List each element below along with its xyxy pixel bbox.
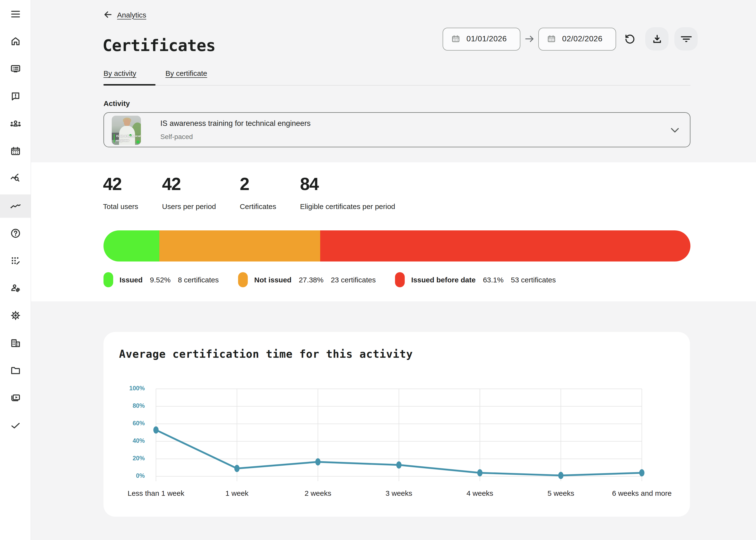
menu-icon (10, 8, 21, 20)
sidebar-item-help[interactable] (0, 222, 31, 245)
date-to-value: 02/02/2026 (562, 35, 602, 43)
sidebar-item-check[interactable] (0, 414, 31, 437)
y-tick-label: 0% (121, 472, 145, 479)
activity-thumbnail: IS as a technical engineer (112, 116, 141, 145)
legend-item-issued-before-date: Issued before date63.1%53 certificates (395, 272, 556, 287)
download-icon (651, 33, 663, 45)
tab-by-certificate[interactable]: By certificate (165, 69, 207, 77)
stat-label: Eligible certificates per period (300, 202, 395, 210)
activity-label: Activity (103, 99, 130, 107)
calendar-icon (10, 145, 21, 157)
legend-name: Issued (120, 276, 143, 284)
legend-item-issued: Issued9.52%8 certificates (103, 272, 219, 287)
sidebar-item-video-library[interactable] (0, 386, 31, 410)
sidebar-item-display[interactable] (0, 57, 31, 81)
sidebar-item-analytics-explore[interactable] (0, 167, 31, 190)
x-category-label: 2 weeks (274, 489, 362, 497)
legend-swatch (238, 272, 248, 287)
x-category-label: 1 week (193, 489, 280, 497)
stat: 84Eligible certificates per period (300, 175, 395, 210)
analytics-link[interactable]: Analytics (117, 10, 146, 19)
stats-row: 42Total users42Users per period2Certific… (103, 175, 395, 210)
x-category-label: 6 weeks and more (598, 489, 686, 497)
x-category-label: Less than 1 week (112, 489, 200, 497)
date-range-arrow-icon (520, 35, 538, 43)
sidebar-item-feedback[interactable] (0, 84, 31, 108)
sidebar-item-user-settings[interactable] (0, 277, 31, 300)
y-tick-label: 20% (121, 455, 145, 462)
filter-icon (681, 33, 692, 45)
active-tab-indicator (103, 84, 156, 85)
date-from-value: 01/01/2026 (467, 35, 507, 43)
certification-time-card: Average certification time for this acti… (103, 332, 690, 517)
page-title: Certificates (102, 36, 215, 55)
legend-name: Not issued (254, 276, 291, 284)
reset-button[interactable] (620, 27, 639, 51)
legend-swatch (103, 272, 113, 287)
certificates-analytics-page: Analytics Certificates 01/01/2026 (0, 0, 756, 540)
legend-swatch (395, 272, 405, 287)
stat-value: 42 (103, 175, 138, 194)
sidebar-item-calendar[interactable] (0, 140, 31, 163)
sidebar-item-folder[interactable] (0, 359, 31, 382)
bar-segment-issued (103, 230, 160, 261)
legend-percent: 63.1% (483, 276, 503, 284)
gear-icon (10, 310, 21, 322)
analytics-search-icon (10, 173, 21, 185)
sidebar-item-analytics-trends[interactable] (0, 194, 31, 217)
stat-label: Users per period (162, 202, 216, 210)
view-tabs: By activity By certificate (103, 69, 207, 77)
legend-count: 23 certificates (331, 276, 376, 284)
legend-item-not-issued: Not issued27.38%23 certificates (238, 272, 376, 287)
certification-time-line-chart (117, 384, 651, 501)
activity-title: IS awareness training for technical engi… (160, 119, 311, 128)
x-category-label: 3 weeks (355, 489, 443, 497)
sidebar (0, 0, 31, 540)
download-button[interactable] (645, 27, 669, 51)
activity-select[interactable]: IS as a technical engineer IS awareness … (103, 112, 691, 147)
sidebar-item-settings[interactable] (0, 304, 31, 327)
user-gear-icon (9, 282, 22, 294)
back-arrow-icon[interactable] (103, 10, 113, 19)
building-icon (10, 337, 21, 349)
check-icon (10, 419, 21, 431)
rotate-ccw-icon (624, 33, 635, 45)
trending-line-icon (9, 200, 22, 212)
sidebar-item-company[interactable] (0, 331, 31, 354)
legend-percent: 27.38% (299, 276, 324, 284)
stat-value: 2 (240, 175, 276, 194)
y-tick-label: 60% (121, 420, 145, 427)
stat-label: Total users (103, 202, 138, 210)
sidebar-item-list-edit[interactable] (0, 249, 31, 272)
y-tick-label: 80% (121, 402, 145, 409)
stat-label: Certificates (240, 202, 276, 210)
sidebar-item-users[interactable] (0, 112, 31, 135)
tab-by-activity[interactable]: By activity (103, 69, 136, 77)
stat-value: 42 (162, 175, 216, 194)
activity-subtitle: Self-paced (160, 133, 311, 140)
certificates-distribution-bar (103, 230, 691, 261)
help-circle-icon (10, 227, 21, 239)
home-icon (10, 36, 21, 48)
stat-value: 84 (300, 175, 395, 194)
calendar-icon (547, 34, 556, 44)
date-from-input[interactable]: 01/01/2026 (443, 28, 520, 50)
filter-button[interactable] (674, 27, 698, 51)
legend-count: 53 certificates (511, 276, 556, 284)
stat: 42Total users (103, 175, 138, 210)
sidebar-item-home[interactable] (0, 30, 31, 53)
legend-name: Issued before date (411, 276, 476, 284)
x-category-label: 4 weeks (436, 489, 523, 497)
chevron-down-icon (671, 128, 679, 133)
date-to-input[interactable]: 02/02/2026 (538, 28, 616, 50)
legend-percent: 9.52% (150, 276, 170, 284)
message-alert-icon (10, 90, 21, 102)
folder-icon (10, 364, 21, 376)
sidebar-item-menu[interactable] (0, 2, 31, 26)
group-icon (9, 118, 22, 130)
bar-segment-issued-before-date (320, 230, 691, 261)
x-category-label: 5 weeks (517, 489, 605, 497)
chart-title: Average certification time for this acti… (119, 348, 413, 360)
thumbnail-status-dot (137, 140, 140, 143)
y-tick-label: 100% (121, 385, 145, 392)
